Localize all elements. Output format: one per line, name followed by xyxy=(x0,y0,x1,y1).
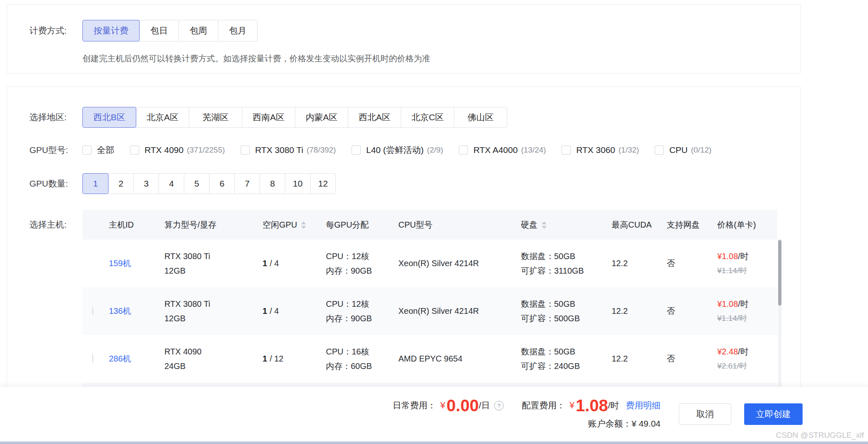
gpu-count-4[interactable]: 4 xyxy=(159,174,184,194)
gpu-model-option-rtx3080ti[interactable]: RTX 3080 Ti (78/392) xyxy=(241,145,336,155)
price-cell: ¥1.08/时 ¥1.14/时 xyxy=(710,251,777,276)
gpu-count-7[interactable]: 7 xyxy=(234,174,260,194)
gpu-count-6[interactable]: 6 xyxy=(209,174,234,194)
create-button[interactable]: 立即创建 xyxy=(744,403,803,425)
checkbox-icon[interactable] xyxy=(655,146,664,155)
sort-icon[interactable] xyxy=(301,221,306,229)
price-cell: ¥2.48/时 ¥2.61/时 xyxy=(710,346,777,371)
disk-cell: 数据盘：50GB可扩容：240GB xyxy=(515,346,604,371)
region-tab-xibei-b[interactable]: 西北B区 xyxy=(83,107,136,127)
header-per-gpu: 每GPU分配 xyxy=(318,219,391,230)
free-gpu-cell: 1/ 12 xyxy=(263,354,318,364)
table-scrollbar-thumb[interactable] xyxy=(778,240,781,306)
bottom-edge-strip xyxy=(0,442,868,444)
cuda-cell: 12.2 xyxy=(604,354,660,364)
fee-detail-link[interactable]: 费用明细 xyxy=(626,400,661,411)
config-fee-currency: ¥ xyxy=(569,400,574,411)
region-tab-beijing-a[interactable]: 北京A区 xyxy=(136,107,189,127)
billing-label: 计费方式: xyxy=(7,25,82,36)
header-free-gpu[interactable]: 空闲GPU xyxy=(263,219,318,230)
radio-icon[interactable] xyxy=(92,354,93,364)
gpu-count-1[interactable]: 1 xyxy=(83,174,108,194)
per-gpu-cell: CPU：12核内存：90GB xyxy=(318,251,391,276)
checkbox-icon[interactable] xyxy=(459,146,468,155)
gpu-count-12[interactable]: 12 xyxy=(310,174,335,194)
gpu-count-selector: 1 2 3 4 5 6 7 8 10 12 xyxy=(82,173,336,194)
cpu-model-cell: Xeon(R) Silver 4214R xyxy=(391,306,515,316)
host-row-159[interactable]: 159机 RTX 3080 Ti12GB 1/ 4 CPU：12核内存：90GB… xyxy=(82,240,777,287)
config-fee-value: 1.08 xyxy=(576,397,608,414)
header-cpu-model: CPU型号 xyxy=(391,219,515,230)
gpu-model-option-rtx4090[interactable]: RTX 4090 (371/2255) xyxy=(130,145,225,155)
billing-note: 创建完主机后仍然可以转换计费方式。如选择按量计费，价格发生变动以实例开机时的价格… xyxy=(82,53,800,64)
config-fee-unit: /时 xyxy=(608,400,619,411)
fee-summary: 日常费用： ¥ 0.00 /日 ? 配置费用： ¥ 1.08 /时 费用明细 账… xyxy=(393,395,661,431)
region-tab-xibei-a[interactable]: 西北A区 xyxy=(348,107,401,127)
cuda-cell: 12.2 xyxy=(604,259,660,268)
billing-tab-daily[interactable]: 包日 xyxy=(139,20,178,41)
model-cell: RTX 409024GB xyxy=(161,346,263,371)
host-id-link[interactable]: 136机 xyxy=(109,306,131,315)
checkbox-icon[interactable] xyxy=(241,146,250,155)
gpu-model-label: GPU型号: xyxy=(7,144,82,156)
gpu-count-10[interactable]: 10 xyxy=(285,174,310,194)
radio-icon[interactable] xyxy=(92,306,93,316)
billing-tab-monthly[interactable]: 包月 xyxy=(218,20,257,41)
region-tabs: 西北B区 北京A区 芜湖区 西南A区 内蒙A区 西北A区 北京C区 佛山区 xyxy=(82,107,507,128)
sort-icon[interactable] xyxy=(542,221,547,229)
checkbox-icon[interactable] xyxy=(82,146,92,155)
free-gpu-cell: 1/ 4 xyxy=(263,259,318,268)
region-tab-beijing-c[interactable]: 北京C区 xyxy=(401,107,454,127)
header-max-cuda: 最高CUDA xyxy=(604,219,660,230)
region-tab-neimeng-a[interactable]: 内蒙A区 xyxy=(295,107,348,127)
host-label: 选择主机: xyxy=(7,210,82,230)
checkbox-icon[interactable] xyxy=(130,146,139,155)
checkbox-icon[interactable] xyxy=(562,146,571,155)
header-model: 算力型号/显存 xyxy=(161,219,263,230)
net-disk-cell: 否 xyxy=(660,258,710,269)
help-icon[interactable]: ? xyxy=(494,401,504,410)
gpu-count-2[interactable]: 2 xyxy=(108,174,133,194)
region-tab-foshan[interactable]: 佛山区 xyxy=(454,107,507,127)
daily-fee-unit: /日 xyxy=(479,400,490,411)
net-disk-cell: 否 xyxy=(660,353,710,364)
footer-bar: 日常费用： ¥ 0.00 /日 ? 配置费用： ¥ 1.08 /时 费用明细 账… xyxy=(0,387,868,442)
gpu-model-option-l40[interactable]: L40 (尝鲜活动) (2/9) xyxy=(352,144,443,156)
balance-label: 账户余额： xyxy=(588,418,632,429)
billing-tab-weekly[interactable]: 包周 xyxy=(178,20,218,41)
model-cell: RTX 3080 Ti12GB xyxy=(161,298,263,324)
region-tab-wuhu[interactable]: 芜湖区 xyxy=(189,107,242,127)
price-cell: ¥1.08/时 ¥1.14/时 xyxy=(710,298,777,324)
csdn-watermark: CSDN @STRUGGLE_xlf xyxy=(776,431,864,440)
net-disk-cell: 否 xyxy=(660,306,710,317)
model-cell: RTX 3080 Ti12GB xyxy=(161,251,263,276)
host-id-link[interactable]: 159机 xyxy=(109,259,131,268)
gpu-model-option-rtxa4000[interactable]: RTX A4000 (13/24) xyxy=(459,145,546,155)
disk-cell: 数据盘：50GB可扩容：500GB xyxy=(515,298,604,324)
header-host-id: 主机ID xyxy=(107,219,161,230)
billing-tabs: 按量计费 包日 包周 包月 xyxy=(82,20,258,41)
free-gpu-cell: 1/ 4 xyxy=(263,306,318,316)
cuda-cell: 12.2 xyxy=(604,306,660,316)
disk-cell: 数据盘：50GB可扩容：3110GB xyxy=(515,251,604,276)
daily-fee-currency: ¥ xyxy=(440,400,445,411)
region-tab-xinan-a[interactable]: 西南A区 xyxy=(242,107,295,127)
cancel-button[interactable]: 取消 xyxy=(679,403,731,425)
gpu-model-option-rtx3060[interactable]: RTX 3060 (1/32) xyxy=(562,145,639,155)
host-id-link[interactable]: 286机 xyxy=(109,354,131,363)
billing-tab-pay-as-you-go[interactable]: 按量计费 xyxy=(83,20,139,41)
gpu-model-options: 全部 RTX 4090 (371/2255) RTX 3080 Ti (78/3… xyxy=(82,144,711,156)
gpu-count-3[interactable]: 3 xyxy=(133,174,159,194)
host-row-286[interactable]: 286机 RTX 409024GB 1/ 12 CPU：16核内存：60GB A… xyxy=(82,335,777,383)
gpu-model-option-all[interactable]: 全部 xyxy=(82,144,114,156)
header-disk[interactable]: 硬盘 xyxy=(515,219,604,230)
gpu-model-option-cpu[interactable]: CPU (0/12) xyxy=(655,145,711,155)
billing-section: 计费方式: 按量计费 包日 包周 包月 创建完主机后仍然可以转换计费方式。如选择… xyxy=(7,4,801,74)
gpu-count-8[interactable]: 8 xyxy=(260,174,285,194)
host-row-136[interactable]: 136机 RTX 3080 Ti12GB 1/ 4 CPU：12核内存：90GB… xyxy=(82,287,777,335)
host-table-header: 主机ID 算力型号/显存 空闲GPU 每GPU分配 CPU型号 硬盘 最高CUD… xyxy=(82,210,777,240)
daily-fee-value: 0.00 xyxy=(446,397,479,414)
config-section: 选择地区: 西北B区 北京A区 芜湖区 西南A区 内蒙A区 西北A区 北京C区 … xyxy=(7,86,801,393)
checkbox-icon[interactable] xyxy=(352,146,361,155)
gpu-count-5[interactable]: 5 xyxy=(184,174,209,194)
